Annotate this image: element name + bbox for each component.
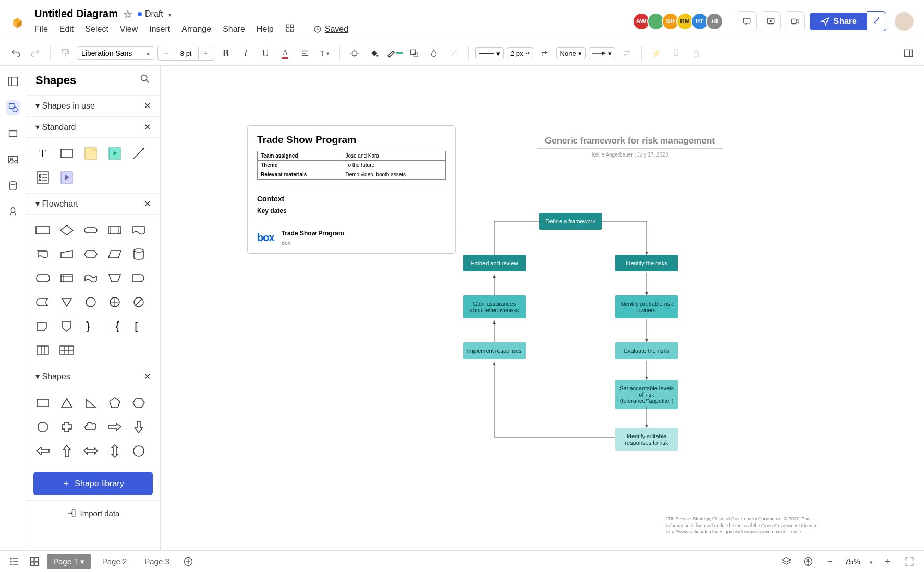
share-button[interactable]: Share <box>810 13 867 30</box>
fill-button[interactable] <box>366 45 383 62</box>
zoom-out-button[interactable]: − <box>823 554 837 569</box>
copy-link-button[interactable] <box>867 11 886 31</box>
arrow-end-select[interactable]: ▾ <box>589 47 615 59</box>
page-tab-1[interactable]: Page 1 ▾ <box>47 554 91 569</box>
flow-embed[interactable]: Embed and review <box>463 255 526 271</box>
section-shapes[interactable]: ▾ Shapes✕ <box>26 366 160 387</box>
format-paint-icon[interactable] <box>57 45 74 62</box>
shape-triangle[interactable] <box>57 394 76 412</box>
align-button[interactable] <box>297 45 313 62</box>
bolt-action-button[interactable]: ⚡ <box>648 45 665 62</box>
lock-button[interactable] <box>688 45 704 62</box>
page-tab-3[interactable]: Page 3 <box>138 554 176 569</box>
arrow-start-select[interactable]: None▾ <box>556 47 586 59</box>
rail-shapes-icon[interactable] <box>6 100 20 115</box>
shape-rect[interactable] <box>57 144 76 163</box>
shape-document[interactable] <box>129 221 148 240</box>
rail-layout-icon[interactable] <box>6 74 20 89</box>
doc-title[interactable]: Untitled Diagram <box>34 8 118 20</box>
shape-media[interactable] <box>57 168 76 187</box>
shape-line[interactable] <box>129 144 148 163</box>
increase-font-button[interactable]: + <box>199 46 214 60</box>
comment-icon[interactable] <box>737 11 757 31</box>
menu-file[interactable]: File <box>34 25 48 34</box>
shape-list[interactable] <box>33 168 52 187</box>
shape-arrow-left[interactable] <box>33 442 52 460</box>
shape-arrow-down[interactable] <box>129 418 148 436</box>
close-icon[interactable]: ✕ <box>144 372 151 382</box>
shape-right-triangle[interactable] <box>81 394 100 412</box>
flow-identify[interactable]: Identify the risks <box>615 255 678 271</box>
rail-data-icon[interactable] <box>6 178 20 193</box>
shape-sum[interactable] <box>129 293 148 312</box>
accessibility-icon[interactable] <box>801 554 816 569</box>
close-icon[interactable]: ✕ <box>144 122 151 132</box>
shape-action[interactable] <box>105 144 124 163</box>
shape-brace-left[interactable]: —{ <box>105 317 124 336</box>
import-data-button[interactable]: Import data <box>26 500 160 525</box>
flow-responses[interactable]: Identify suitable responses to risk <box>615 428 678 451</box>
menu-select[interactable]: Select <box>85 25 108 34</box>
shape-internal-storage[interactable] <box>57 269 76 288</box>
section-flowchart[interactable]: ▾ Flowchart✕ <box>26 193 160 214</box>
group-button[interactable] <box>668 45 685 62</box>
shape-arrow-lr[interactable] <box>81 442 100 460</box>
shape-text[interactable]: T <box>33 144 52 163</box>
status-dropdown[interactable]: Draft <box>138 9 172 19</box>
menu-edit[interactable]: Edit <box>59 25 74 34</box>
shape-or[interactable] <box>105 293 124 312</box>
rail-container-icon[interactable] <box>6 126 20 141</box>
shape-table3[interactable] <box>33 341 52 360</box>
canvas[interactable]: Trade Show Program Team assignedJose and… <box>161 66 924 550</box>
magic-button[interactable] <box>445 45 462 62</box>
font-size-stepper[interactable]: − 8 pt + <box>157 46 214 61</box>
decrease-font-button[interactable]: − <box>158 46 173 60</box>
underline-button[interactable]: U <box>257 45 274 62</box>
shape-delay[interactable] <box>129 269 148 288</box>
flow-gain[interactable]: Gain assurances about effectiveness <box>463 295 526 318</box>
section-standard[interactable]: ▾ Standard✕ <box>26 116 160 138</box>
video-icon[interactable] <box>785 11 805 31</box>
text-color-button[interactable]: A <box>277 45 294 62</box>
zoom-dropdown[interactable] <box>868 557 873 566</box>
shape-terminator[interactable] <box>81 221 100 240</box>
shape-hexagon[interactable] <box>129 394 148 412</box>
swap-arrows-button[interactable] <box>618 45 635 62</box>
page-tab-2[interactable]: Page 2 <box>96 554 133 569</box>
rail-image-icon[interactable] <box>6 152 20 167</box>
menu-help[interactable]: Help <box>257 25 274 34</box>
redo-button[interactable] <box>27 45 44 62</box>
font-select[interactable]: Liberation Sans <box>77 46 154 60</box>
shape-note[interactable] <box>81 144 100 163</box>
search-icon[interactable] <box>139 73 151 88</box>
extensions-icon[interactable] <box>285 23 295 35</box>
shape-preparation[interactable] <box>81 245 100 264</box>
user-avatar[interactable] <box>895 12 914 31</box>
menu-view[interactable]: View <box>120 25 138 34</box>
list-icon[interactable] <box>7 554 22 569</box>
close-icon[interactable]: ✕ <box>144 199 151 209</box>
info-card[interactable]: Trade Show Program Team assignedJose and… <box>247 125 456 254</box>
shape-predefined[interactable] <box>105 221 124 240</box>
shape-octagon[interactable] <box>33 418 52 436</box>
shape-merge[interactable] <box>57 293 76 312</box>
shape-connector[interactable] <box>81 293 100 312</box>
shape-rect2[interactable] <box>33 394 52 412</box>
connector-style-button[interactable] <box>537 45 553 62</box>
add-page-button[interactable] <box>181 554 196 569</box>
flow-evaluate[interactable]: Evaluate the risks <box>615 342 678 359</box>
close-icon[interactable]: ✕ <box>144 101 151 111</box>
avatar-overflow[interactable]: +8 <box>706 13 723 30</box>
shape-manual-op[interactable] <box>105 269 124 288</box>
zoom-in-button[interactable]: ＋ <box>880 554 895 569</box>
shape-stored-data[interactable] <box>33 293 52 312</box>
shape-cross[interactable] <box>57 418 76 436</box>
menu-insert[interactable]: Insert <box>149 25 170 34</box>
section-shapes-in-use[interactable]: ▾ Shapes in use✕ <box>26 95 160 116</box>
shape-multidoc[interactable] <box>33 245 52 264</box>
line-style-select[interactable]: ▾ <box>475 47 504 59</box>
shape-brace-right[interactable]: }— <box>81 317 100 336</box>
shape-arrow-right[interactable] <box>105 418 124 436</box>
shape-data[interactable] <box>105 245 124 264</box>
shape-arrow-up[interactable] <box>57 442 76 460</box>
